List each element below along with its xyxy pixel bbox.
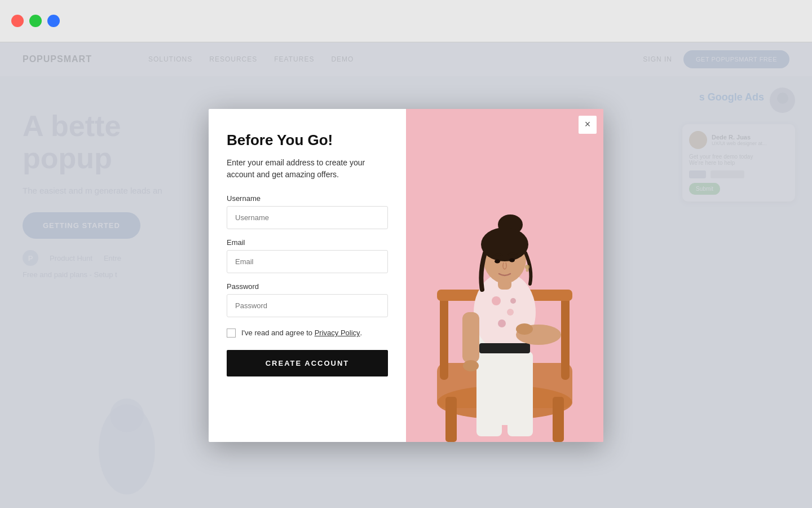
username-label: Username <box>227 194 388 203</box>
svg-point-30 <box>526 269 529 271</box>
email-input[interactable] <box>227 250 388 273</box>
svg-rect-5 <box>445 397 457 442</box>
svg-point-15 <box>507 309 514 316</box>
modal-form-panel: Before You Go! Enter your email address … <box>209 109 406 442</box>
modal-subtitle: Enter your email address to create your … <box>227 157 388 181</box>
svg-rect-19 <box>462 312 479 363</box>
svg-point-20 <box>463 360 479 371</box>
svg-rect-6 <box>553 397 564 442</box>
create-account-button[interactable]: CREATE ACCOUNT <box>227 350 388 376</box>
privacy-checkbox[interactable] <box>227 329 236 338</box>
minimize-traffic-light[interactable] <box>29 15 42 27</box>
privacy-policy-link[interactable]: Privacy Policy <box>315 329 360 337</box>
email-label: Email <box>227 238 388 247</box>
modal-overlay[interactable]: × Before You Go! Enter your email addres… <box>0 42 812 508</box>
svg-point-22 <box>516 323 533 335</box>
modal-title: Before You Go! <box>227 132 388 149</box>
modal-close-button[interactable]: × <box>579 116 597 134</box>
username-field-group: Username <box>227 194 388 229</box>
svg-point-14 <box>492 296 501 305</box>
modal-image-panel <box>406 109 603 442</box>
privacy-checkbox-group: I've read and agree to Privacy Policy. <box>227 329 388 338</box>
svg-point-16 <box>498 319 506 327</box>
browser-chrome <box>0 0 812 42</box>
website-background: POPUPSMART SOLUTIONS RESOURCES FEATURES … <box>0 42 812 508</box>
password-label: Password <box>227 282 388 291</box>
username-input[interactable] <box>227 206 388 229</box>
close-traffic-light[interactable] <box>11 15 24 27</box>
svg-point-29 <box>525 265 529 269</box>
svg-rect-12 <box>508 352 533 436</box>
email-field-group: Email <box>227 238 388 273</box>
privacy-label: I've read and agree to Privacy Policy. <box>241 329 362 337</box>
svg-rect-18 <box>479 343 530 353</box>
password-field-group: Password <box>227 282 388 317</box>
svg-point-17 <box>510 298 516 304</box>
traffic-lights <box>11 15 60 27</box>
svg-point-26 <box>481 227 528 261</box>
svg-point-28 <box>509 258 515 262</box>
svg-rect-8 <box>561 290 570 380</box>
svg-point-27 <box>495 259 500 263</box>
svg-rect-7 <box>440 290 448 380</box>
modal-popup: × Before You Go! Enter your email addres… <box>209 109 603 442</box>
svg-rect-11 <box>476 352 502 436</box>
password-input[interactable] <box>227 294 388 317</box>
maximize-traffic-light[interactable] <box>47 15 60 27</box>
